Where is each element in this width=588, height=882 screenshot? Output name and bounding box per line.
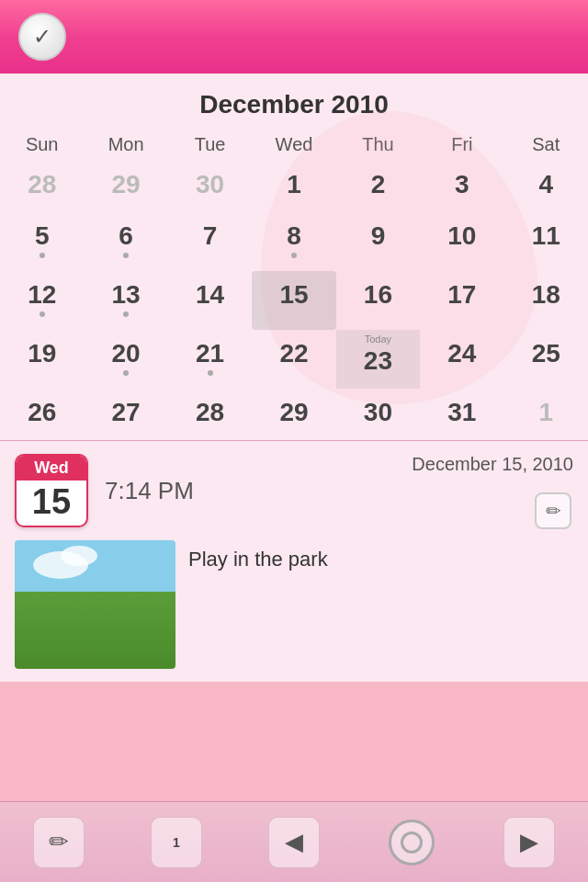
calendar-day-cell[interactable]: 22 xyxy=(252,330,335,389)
calendar-area: December 2010 SunMonTueWedThuFriSat 2829… xyxy=(0,74,588,440)
calendar-day-cell[interactable]: 19 xyxy=(0,330,84,389)
calendar-day-cell[interactable]: 11 xyxy=(504,212,588,271)
dow-cell: Wed xyxy=(252,129,335,161)
checkmark-button[interactable]: ✓ xyxy=(18,13,66,61)
calendar-day-cell[interactable]: 12 xyxy=(0,271,84,330)
calendar-day-cell[interactable]: 25 xyxy=(504,330,588,389)
today-label: Today xyxy=(365,334,391,345)
dow-cell: Tue xyxy=(168,129,252,161)
event-title: Play in the park xyxy=(188,548,328,571)
event-dot xyxy=(40,311,45,317)
edit-icon: ✏ xyxy=(33,817,85,868)
calendar-day-cell[interactable]: 17 xyxy=(420,271,503,330)
calendar-day-cell[interactable]: 27 xyxy=(84,389,167,440)
edit-button[interactable]: ✏ xyxy=(533,491,573,531)
event-dot xyxy=(291,253,297,258)
day-number: 23 xyxy=(336,346,420,376)
event-dot xyxy=(40,253,45,258)
calendar-day-cell[interactable]: 3 xyxy=(420,161,503,212)
prev-icon: ◀ xyxy=(268,817,320,868)
calendar-icon: 1 xyxy=(151,817,202,868)
calendar-day-cell[interactable]: 30 xyxy=(168,161,252,212)
date-badge-day: Wed xyxy=(17,456,86,481)
dow-cell: Fri xyxy=(420,129,503,161)
calendar-day-cell[interactable]: 26 xyxy=(0,389,84,440)
next-icon: ▶ xyxy=(503,817,555,868)
calendar-day-cell[interactable]: 31 xyxy=(420,389,503,440)
time-display: 7:14 PM xyxy=(105,477,194,505)
calendar-day-cell[interactable]: 16 xyxy=(336,271,420,330)
checkmark-icon: ✓ xyxy=(33,24,51,50)
calendar-day-cell[interactable]: 24 xyxy=(420,330,503,389)
calendar-day-cell[interactable]: 15 xyxy=(252,271,335,330)
info-area: Wed 15 7:14 PM December 15, 2010 ✏ Play … xyxy=(0,440,588,682)
calendar-day-cell[interactable]: 28 xyxy=(168,389,252,440)
dow-cell: Thu xyxy=(336,129,420,161)
event-dot xyxy=(123,370,129,376)
toolbar-camera-button[interactable] xyxy=(375,810,448,875)
calendar-day-cell[interactable]: 20 xyxy=(84,330,167,389)
date-badge: Wed 15 xyxy=(15,454,88,527)
toolbar-next-button[interactable]: ▶ xyxy=(492,810,566,875)
calendar-grid: 2829301234567891011121314151617181920212… xyxy=(0,161,588,440)
calendar-day-cell[interactable]: 29 xyxy=(84,161,167,212)
calendar-day-cell[interactable]: 28 xyxy=(0,161,84,212)
toolbar-edit-button[interactable]: ✏ xyxy=(22,810,96,875)
edit-icon: ✏ xyxy=(535,492,571,529)
date-badge-number: 15 xyxy=(17,481,86,526)
month-header: December 2010 xyxy=(0,74,588,129)
dow-cell: Mon xyxy=(84,129,167,161)
calendar-day-cell[interactable]: 2 xyxy=(336,161,420,212)
calendar-day-cell[interactable]: 14 xyxy=(168,271,252,330)
event-row: Play in the park xyxy=(15,540,573,669)
calendar-day-cell[interactable]: 1 xyxy=(252,161,335,212)
dow-cell: Sun xyxy=(0,129,84,161)
calendar-day-cell[interactable]: 10 xyxy=(420,212,503,271)
day-of-week-row: SunMonTueWedThuFriSat xyxy=(0,129,588,161)
calendar-day-cell[interactable]: 21 xyxy=(168,330,252,389)
event-dot xyxy=(123,253,129,258)
calendar-day-cell[interactable]: 9 xyxy=(336,212,420,271)
calendar-day-cell[interactable]: Today23 xyxy=(336,330,420,389)
full-date-display: December 15, 2010 xyxy=(412,454,573,475)
calendar-day-cell[interactable]: 6 xyxy=(84,212,167,271)
calendar-day-cell[interactable]: 5 xyxy=(0,212,84,271)
event-thumbnail[interactable] xyxy=(15,540,175,669)
top-bar: ✓ xyxy=(0,0,588,74)
calendar-day-cell[interactable]: 29 xyxy=(252,389,335,440)
camera-icon xyxy=(389,820,435,865)
calendar-day-cell[interactable]: 7 xyxy=(168,212,252,271)
calendar-day-cell[interactable]: 4 xyxy=(504,161,588,212)
calendar-day-cell[interactable]: 30 xyxy=(336,389,420,440)
toolbar: ✏ 1 ◀ ▶ xyxy=(0,801,588,882)
calendar-day-cell[interactable]: 8 xyxy=(252,212,335,271)
calendar-day-cell[interactable]: 18 xyxy=(504,271,588,330)
calendar-day-cell[interactable]: 1 xyxy=(504,389,588,440)
toolbar-calendar-button[interactable]: 1 xyxy=(140,810,213,875)
dow-cell: Sat xyxy=(504,129,588,161)
toolbar-prev-button[interactable]: ◀ xyxy=(257,810,331,875)
event-dot xyxy=(123,311,129,317)
calendar-day-cell[interactable]: 13 xyxy=(84,271,167,330)
event-dot xyxy=(208,370,213,376)
